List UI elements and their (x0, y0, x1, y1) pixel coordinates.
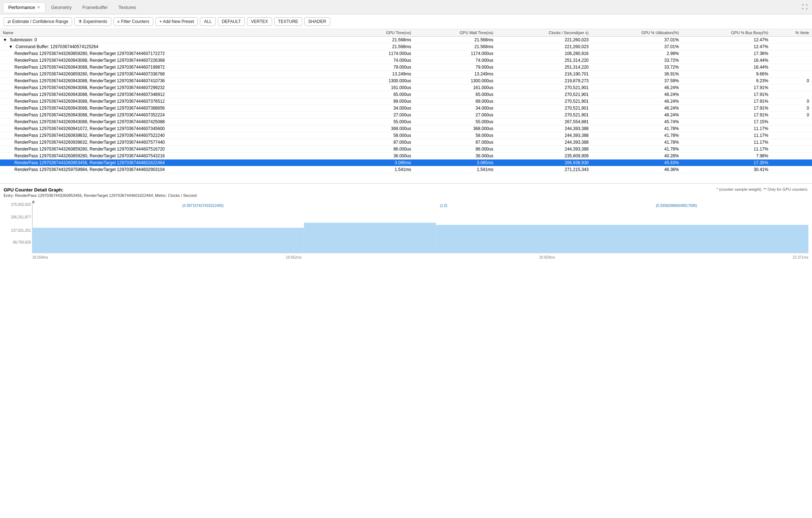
x-label-2: 20.829ms (539, 255, 555, 259)
fullscreen-button[interactable]: ⛶ (802, 4, 808, 10)
add-preset-button[interactable]: + Add New Preset (155, 17, 198, 26)
cell-gpu_wall: 65.000us (414, 91, 496, 98)
cell-gpu_time: 13.249ms (350, 71, 414, 78)
tab-geometry[interactable]: Geometry (46, 2, 77, 12)
cell-verte: 0 (771, 112, 812, 119)
cell-verte: 0 (771, 78, 812, 84)
table-row[interactable]: RenderPass 12970367443260859280, RenderT… (0, 153, 812, 159)
preset-shader[interactable]: SHADER (304, 17, 330, 26)
cell-name: RenderPass 12970367443260943088, RenderT… (0, 78, 350, 84)
col-gpu-time[interactable]: GPU Time(ns) (350, 29, 414, 37)
col-name[interactable]: Name (0, 29, 350, 37)
cell-name: RenderPass 12970367443260859280, RenderT… (0, 153, 350, 159)
cell-gpu_time: 368.000us (350, 125, 414, 132)
tab-performance-close[interactable]: ✕ (37, 5, 40, 10)
cell-gpu_time: 36.000us (350, 153, 414, 159)
preset-texture[interactable]: TEXTURE (274, 17, 302, 26)
col-verte[interactable]: % Verte (771, 29, 812, 37)
x-label-0: 18.554ms (32, 255, 48, 259)
cell-util: 40.28% (592, 153, 682, 159)
experiments-button[interactable]: ⚗ Experiments (74, 17, 111, 26)
cell-gpu_wall: 1174.000us (414, 50, 496, 57)
cell-bus: 16.44% (682, 57, 771, 64)
cell-gpu_wall: 87.000us (414, 139, 496, 146)
cell-gpu_wall: 79.000us (414, 64, 496, 71)
table-row[interactable]: ▼ Submission: 021.568ms21.568ms221,260,0… (0, 37, 812, 43)
tab-performance[interactable]: Performance ✕ (3, 2, 46, 12)
col-clocks[interactable]: Clocks / Second(per s) (496, 29, 592, 37)
cell-util: 33.72% (592, 64, 682, 71)
cell-name: RenderPass 12970367443260943088, RenderT… (0, 91, 350, 98)
cell-gpu_time: 34.000us (350, 105, 414, 112)
cell-name: RenderPass 12970367443260943088, RenderT… (0, 84, 350, 91)
table-row[interactable]: RenderPass 12970367443260953456, RenderT… (0, 159, 812, 166)
graph-title: GPU Counter Detail Graph: (4, 187, 808, 193)
cell-clocks: 266,938,930 (496, 159, 592, 166)
table-row[interactable]: RenderPass 12970367443260941072, RenderT… (0, 125, 812, 132)
cell-util: 33.72% (592, 57, 682, 64)
col-util[interactable]: GPU % Utilization(%) (592, 29, 682, 37)
cell-gpu_time: 21.568ms (350, 37, 414, 43)
cell-verte (771, 37, 812, 43)
tab-framebuffer[interactable]: Framebuffer (77, 2, 113, 12)
cell-clocks: 235,609,909 (496, 153, 592, 159)
table-row[interactable]: RenderPass 12970367443260859280, RenderT… (0, 50, 812, 57)
cell-clocks: 244,393,388 (496, 146, 592, 153)
cell-gpu_time: 55.000us (350, 119, 414, 125)
cell-bus: 11.17% (682, 132, 771, 139)
cell-gpu_wall: 21.568ms (414, 43, 496, 50)
cell-bus: 11.17% (682, 125, 771, 132)
tab-textures[interactable]: Textures (113, 2, 141, 12)
expand-icon[interactable]: ▼ (9, 44, 14, 49)
table-row[interactable]: RenderPass 12970367443260859280, RenderT… (0, 146, 812, 153)
estimate-button[interactable]: ⇄ Estimate / Confidence Range (4, 17, 72, 26)
table-row[interactable]: RenderPass 12970367443260939632, RenderT… (0, 139, 812, 146)
table-row[interactable]: RenderPass 12970367443260943088, RenderT… (0, 98, 812, 105)
col-bus[interactable]: GPU % Bus Busy(%) (682, 29, 771, 37)
cell-verte (771, 84, 812, 91)
table-row[interactable]: RenderPass 12970367443260943088, RenderT… (0, 84, 812, 91)
cell-bus: 17.36% (682, 50, 771, 57)
tab-framebuffer-label: Framebuffer (83, 5, 108, 10)
table-row[interactable]: RenderPass 12970367443260859280, RenderT… (0, 71, 812, 78)
cell-gpu_wall: 89.000us (414, 98, 496, 105)
cell-name: ▼ Command Buffer: 12970367440574125264 (0, 43, 350, 50)
preset-vertex[interactable]: VERTEX (247, 17, 272, 26)
svg-rect-3 (304, 223, 436, 253)
preset-all[interactable]: ALL (200, 17, 215, 26)
cell-verte (771, 125, 812, 132)
table-row[interactable]: RenderPass 12970367443260943088, RenderT… (0, 57, 812, 64)
cell-verte (771, 43, 812, 50)
preset-default[interactable]: DEFAULT (218, 17, 245, 26)
table-row[interactable]: RenderPass 12970367443259759984, RenderT… (0, 166, 812, 173)
svg-text:(0.335820866649017595): (0.335820866649017595) (656, 204, 697, 208)
table-row[interactable]: RenderPass 12970367443260943088, RenderT… (0, 78, 812, 84)
cell-util: 46.24% (592, 112, 682, 119)
cell-bus: 17.35% (682, 159, 771, 166)
svg-text:(1.0): (1.0) (440, 204, 448, 208)
cell-verte (771, 119, 812, 125)
table-row[interactable]: RenderPass 12970367443260943088, RenderT… (0, 91, 812, 98)
table-row[interactable]: RenderPass 12970367443260939632, RenderT… (0, 132, 812, 139)
performance-table-container[interactable]: Name GPU Time(ns) GPU Wall Time(ns) Cloc… (0, 29, 812, 184)
table-row[interactable]: RenderPass 12970367443260943088, RenderT… (0, 64, 812, 71)
filter-button[interactable]: ≡ Filter Counters (113, 17, 153, 26)
table-row[interactable]: RenderPass 12970367443260943088, RenderT… (0, 105, 812, 112)
table-row[interactable]: RenderPass 12970367443260943088, RenderT… (0, 119, 812, 125)
cell-gpu_time: 65.000us (350, 91, 414, 98)
cell-util: 36.91% (592, 71, 682, 78)
table-row[interactable]: RenderPass 12970367443260943088, RenderT… (0, 112, 812, 119)
cell-gpu_time: 1174.000us (350, 50, 414, 57)
cell-bus: 9.23% (682, 78, 771, 84)
table-row[interactable]: ▼ Command Buffer: 1297036744057412526421… (0, 43, 812, 50)
cell-gpu_time: 21.568ms (350, 43, 414, 50)
col-gpu-wall[interactable]: GPU Wall Time(ns) (414, 29, 496, 37)
cell-util: 41.78% (592, 132, 682, 139)
expand-icon[interactable]: ▼ (3, 37, 8, 42)
svg-rect-2 (32, 228, 304, 253)
cell-verte (771, 91, 812, 98)
cell-name: RenderPass 12970367443260859280, RenderT… (0, 50, 350, 57)
cell-bus: 17.91% (682, 98, 771, 105)
cell-gpu_time: 1300.000us (350, 78, 414, 84)
cell-gpu_wall: 3.085ms (414, 159, 496, 166)
